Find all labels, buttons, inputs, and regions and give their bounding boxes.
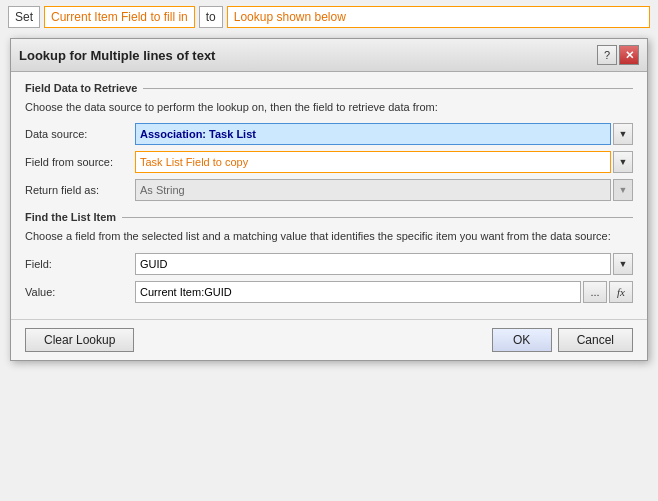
field-from-row: Field from source: ▼ [25,151,633,173]
value-label: Value: [25,286,135,298]
dialog-titlebar: Lookup for Multiple lines of text ? ✕ [11,39,647,72]
return-field-input [135,179,611,201]
field-control: ▼ [135,253,633,275]
datasource-label: Data source: [25,128,135,140]
field-from-control: ▼ [135,151,633,173]
value-input[interactable] [135,281,581,303]
ok-button[interactable]: OK [492,328,552,352]
titlebar-buttons: ? ✕ [597,45,639,65]
section2-header: Find the List Item [25,211,633,223]
fx-button[interactable]: fx [609,281,633,303]
return-field-control: ▼ [135,179,633,201]
datasource-dropdown-btn[interactable]: ▼ [613,123,633,145]
field-to-fill[interactable]: Current Item Field to fill in [44,6,195,28]
dialog: Lookup for Multiple lines of text ? ✕ Fi… [10,38,648,361]
field-from-input[interactable] [135,151,611,173]
field-from-dropdown-btn[interactable]: ▼ [613,151,633,173]
field-label: Field: [25,258,135,270]
ellipsis-button[interactable]: ... [583,281,607,303]
return-field-dropdown-btn: ▼ [613,179,633,201]
dialog-body: Field Data to Retrieve Choose the data s… [11,72,647,319]
top-bar: Set Current Item Field to fill in to Loo… [0,0,658,34]
datasource-row: Data source: ▼ [25,123,633,145]
help-button[interactable]: ? [597,45,617,65]
section1-header: Field Data to Retrieve [25,82,633,94]
lookup-shown[interactable]: Lookup shown below [227,6,650,28]
footer-right-buttons: OK Cancel [492,328,633,352]
clear-lookup-button[interactable]: Clear Lookup [25,328,134,352]
to-label: to [199,6,223,28]
field-from-label: Field from source: [25,156,135,168]
section2-desc: Choose a field from the selected list an… [25,229,633,244]
find-section: Find the List Item Choose a field from t… [25,211,633,302]
dialog-title: Lookup for Multiple lines of text [19,48,215,63]
field-input[interactable] [135,253,611,275]
dialog-footer: Clear Lookup OK Cancel [11,319,647,360]
cancel-button[interactable]: Cancel [558,328,633,352]
datasource-control: ▼ [135,123,633,145]
field-dropdown-btn[interactable]: ▼ [613,253,633,275]
section1-desc: Choose the data source to perform the lo… [25,100,633,115]
value-control: ... fx [135,281,633,303]
value-row: Value: ... fx [25,281,633,303]
return-field-row: Return field as: ▼ [25,179,633,201]
return-field-label: Return field as: [25,184,135,196]
datasource-input[interactable] [135,123,611,145]
set-label: Set [8,6,40,28]
field-row: Field: ▼ [25,253,633,275]
close-button[interactable]: ✕ [619,45,639,65]
